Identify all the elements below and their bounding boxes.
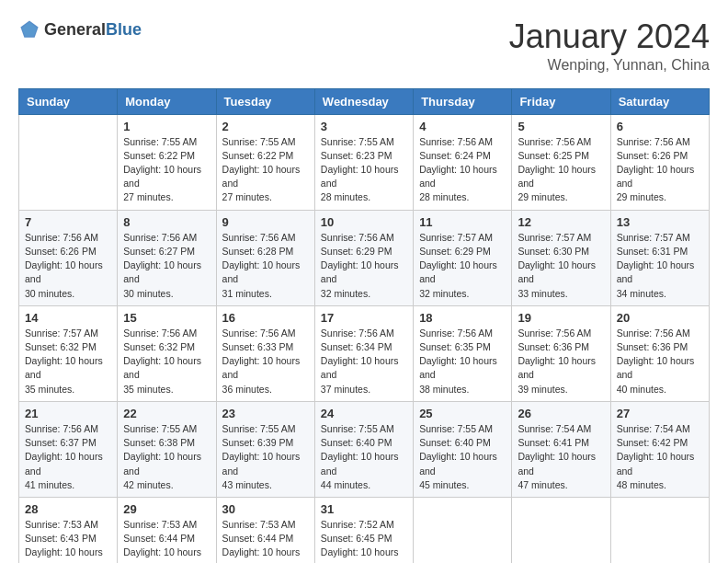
day-cell: 5Sunrise: 7:56 AMSunset: 6:25 PMDaylight… [512, 114, 610, 210]
day-cell: 4Sunrise: 7:56 AMSunset: 6:24 PMDaylight… [414, 114, 512, 210]
day-number: 2 [222, 120, 309, 133]
day-cell [19, 114, 118, 210]
day-number: 9 [222, 215, 309, 229]
day-number: 22 [123, 407, 210, 420]
day-info: Sunrise: 7:55 AMSunset: 6:40 PMDaylight:… [321, 422, 407, 492]
week-row-4: 28Sunrise: 7:53 AMSunset: 6:43 PMDayligh… [19, 497, 710, 563]
day-number: 24 [321, 407, 407, 420]
day-number: 29 [123, 502, 210, 516]
month-title: January 2024 [509, 18, 710, 55]
day-number: 20 [617, 311, 703, 325]
day-cell: 26Sunrise: 7:54 AMSunset: 6:41 PMDayligh… [512, 401, 610, 497]
day-number: 27 [617, 407, 703, 420]
day-number: 10 [321, 215, 407, 229]
day-info: Sunrise: 7:54 AMSunset: 6:41 PMDaylight:… [518, 422, 604, 492]
day-number: 13 [617, 215, 703, 229]
logo-icon [18, 18, 40, 40]
day-cell: 27Sunrise: 7:54 AMSunset: 6:42 PMDayligh… [610, 401, 709, 497]
day-cell: 2Sunrise: 7:55 AMSunset: 6:22 PMDaylight… [216, 114, 314, 210]
weekday-header-saturday: Saturday [610, 88, 709, 114]
day-cell: 10Sunrise: 7:56 AMSunset: 6:29 PMDayligh… [314, 210, 413, 305]
day-number: 23 [222, 407, 309, 420]
day-cell [414, 497, 512, 563]
day-info: Sunrise: 7:56 AMSunset: 6:29 PMDaylight:… [321, 231, 407, 301]
day-number: 12 [518, 215, 604, 229]
day-info: Sunrise: 7:53 AMSunset: 6:44 PMDaylight:… [222, 518, 309, 563]
day-info: Sunrise: 7:56 AMSunset: 6:36 PMDaylight:… [617, 327, 703, 396]
weekday-header-wednesday: Wednesday [314, 88, 413, 114]
day-number: 4 [419, 120, 506, 133]
day-info: Sunrise: 7:56 AMSunset: 6:34 PMDaylight:… [321, 327, 407, 396]
day-cell: 11Sunrise: 7:57 AMSunset: 6:29 PMDayligh… [414, 210, 512, 305]
day-number: 7 [25, 215, 111, 229]
day-cell: 3Sunrise: 7:55 AMSunset: 6:23 PMDaylight… [314, 114, 413, 210]
day-cell: 14Sunrise: 7:57 AMSunset: 6:32 PMDayligh… [19, 305, 118, 401]
day-info: Sunrise: 7:55 AMSunset: 6:40 PMDaylight:… [419, 422, 506, 492]
day-info: Sunrise: 7:54 AMSunset: 6:42 PMDaylight:… [617, 422, 703, 492]
title-block: January 2024 Wenping, Yunnan, China [509, 18, 710, 74]
logo-text: GeneralBlue [44, 20, 142, 40]
day-info: Sunrise: 7:56 AMSunset: 6:37 PMDaylight:… [25, 422, 111, 492]
day-cell: 15Sunrise: 7:56 AMSunset: 6:32 PMDayligh… [118, 305, 216, 401]
day-info: Sunrise: 7:56 AMSunset: 6:26 PMDaylight:… [617, 135, 703, 205]
day-info: Sunrise: 7:53 AMSunset: 6:43 PMDaylight:… [25, 518, 111, 563]
day-info: Sunrise: 7:57 AMSunset: 6:31 PMDaylight:… [617, 231, 703, 301]
day-info: Sunrise: 7:57 AMSunset: 6:32 PMDaylight:… [25, 327, 111, 396]
day-cell: 29Sunrise: 7:53 AMSunset: 6:44 PMDayligh… [118, 497, 216, 563]
week-row-2: 14Sunrise: 7:57 AMSunset: 6:32 PMDayligh… [19, 305, 710, 401]
day-info: Sunrise: 7:56 AMSunset: 6:33 PMDaylight:… [222, 327, 309, 396]
day-number: 19 [518, 311, 604, 325]
day-info: Sunrise: 7:55 AMSunset: 6:38 PMDaylight:… [123, 422, 210, 492]
day-number: 21 [25, 407, 111, 420]
day-number: 17 [321, 311, 407, 325]
day-number: 6 [617, 120, 703, 133]
day-cell [610, 497, 709, 563]
weekday-header-row: SundayMondayTuesdayWednesdayThursdayFrid… [19, 88, 710, 114]
day-cell: 8Sunrise: 7:56 AMSunset: 6:27 PMDaylight… [118, 210, 216, 305]
day-number: 31 [321, 502, 407, 516]
day-info: Sunrise: 7:53 AMSunset: 6:44 PMDaylight:… [123, 518, 210, 563]
day-info: Sunrise: 7:56 AMSunset: 6:36 PMDaylight:… [518, 327, 604, 396]
calendar-body: 1Sunrise: 7:55 AMSunset: 6:22 PMDaylight… [19, 114, 710, 563]
day-info: Sunrise: 7:52 AMSunset: 6:45 PMDaylight:… [321, 518, 407, 563]
day-cell: 6Sunrise: 7:56 AMSunset: 6:26 PMDaylight… [610, 114, 709, 210]
day-cell: 21Sunrise: 7:56 AMSunset: 6:37 PMDayligh… [19, 401, 118, 497]
day-number: 3 [321, 120, 407, 133]
day-number: 28 [25, 502, 111, 516]
day-number: 15 [123, 311, 210, 325]
day-info: Sunrise: 7:56 AMSunset: 6:25 PMDaylight:… [518, 135, 604, 205]
day-cell: 12Sunrise: 7:57 AMSunset: 6:30 PMDayligh… [512, 210, 610, 305]
day-cell [512, 497, 610, 563]
day-info: Sunrise: 7:57 AMSunset: 6:29 PMDaylight:… [419, 231, 506, 301]
day-info: Sunrise: 7:55 AMSunset: 6:22 PMDaylight:… [222, 135, 309, 205]
logo-blue: Blue [106, 20, 142, 39]
week-row-1: 7Sunrise: 7:56 AMSunset: 6:26 PMDaylight… [19, 210, 710, 305]
day-number: 25 [419, 407, 506, 420]
day-info: Sunrise: 7:55 AMSunset: 6:22 PMDaylight:… [123, 135, 210, 205]
day-number: 14 [25, 311, 111, 325]
weekday-header-thursday: Thursday [414, 88, 512, 114]
day-cell: 19Sunrise: 7:56 AMSunset: 6:36 PMDayligh… [512, 305, 610, 401]
weekday-header-friday: Friday [512, 88, 610, 114]
day-number: 16 [222, 311, 309, 325]
calendar-table: SundayMondayTuesdayWednesdayThursdayFrid… [18, 88, 710, 563]
day-info: Sunrise: 7:56 AMSunset: 6:24 PMDaylight:… [419, 135, 506, 205]
day-number: 11 [419, 215, 506, 229]
day-info: Sunrise: 7:56 AMSunset: 6:28 PMDaylight:… [222, 231, 309, 301]
day-number: 5 [518, 120, 604, 133]
day-cell: 17Sunrise: 7:56 AMSunset: 6:34 PMDayligh… [314, 305, 413, 401]
day-info: Sunrise: 7:56 AMSunset: 6:27 PMDaylight:… [123, 231, 210, 301]
day-info: Sunrise: 7:57 AMSunset: 6:30 PMDaylight:… [518, 231, 604, 301]
day-cell: 18Sunrise: 7:56 AMSunset: 6:35 PMDayligh… [414, 305, 512, 401]
svg-marker-1 [22, 22, 37, 36]
day-info: Sunrise: 7:56 AMSunset: 6:26 PMDaylight:… [25, 231, 111, 301]
day-number: 26 [518, 407, 604, 420]
week-row-3: 21Sunrise: 7:56 AMSunset: 6:37 PMDayligh… [19, 401, 710, 497]
day-number: 8 [123, 215, 210, 229]
day-cell: 25Sunrise: 7:55 AMSunset: 6:40 PMDayligh… [414, 401, 512, 497]
day-cell: 23Sunrise: 7:55 AMSunset: 6:39 PMDayligh… [216, 401, 314, 497]
week-row-0: 1Sunrise: 7:55 AMSunset: 6:22 PMDaylight… [19, 114, 710, 210]
day-cell: 22Sunrise: 7:55 AMSunset: 6:38 PMDayligh… [118, 401, 216, 497]
day-cell: 28Sunrise: 7:53 AMSunset: 6:43 PMDayligh… [19, 497, 118, 563]
day-number: 1 [123, 120, 210, 133]
